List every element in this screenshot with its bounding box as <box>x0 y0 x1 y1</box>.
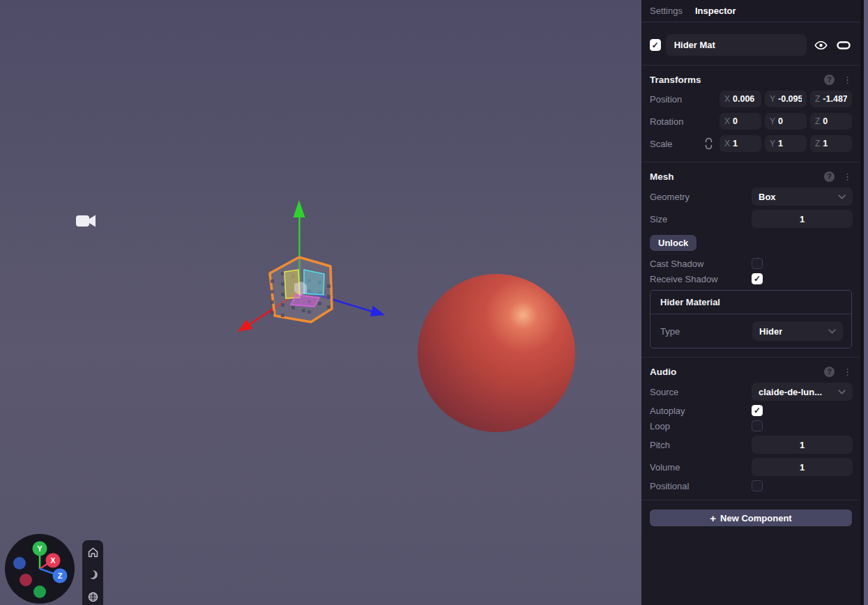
rotation-x-input[interactable] <box>733 116 756 126</box>
scale-z-input[interactable] <box>823 139 847 148</box>
scale-x-field[interactable]: X <box>719 135 761 152</box>
help-icon[interactable]: ? <box>824 367 835 377</box>
material-type-row: Type Hider <box>650 314 851 348</box>
panel-footer: + New Component <box>641 500 860 535</box>
object-enabled-checkbox[interactable] <box>650 39 661 51</box>
scale-y-input[interactable] <box>778 139 802 148</box>
pitch-input[interactable] <box>752 436 853 454</box>
geometry-dropdown[interactable]: Box <box>752 187 853 206</box>
rotation-row: Rotation X Y Z <box>650 113 852 130</box>
capsule-icon <box>837 41 851 49</box>
axis-prefix: Z <box>815 94 820 104</box>
axis-ball-negz[interactable] <box>13 557 26 569</box>
axis-prefix: Z <box>815 116 820 126</box>
axis-ball-negy[interactable] <box>33 585 46 598</box>
new-component-button[interactable]: + New Component <box>650 510 852 526</box>
positional-row: Positional <box>650 480 852 491</box>
help-icon[interactable]: ? <box>824 171 835 182</box>
size-row: Size <box>650 210 852 228</box>
3d-viewport[interactable]: Y X Z <box>0 0 641 605</box>
tab-settings[interactable]: Settings <box>650 6 683 16</box>
mesh-section: Mesh ? ⋮ Geometry Box Size Unlock Cast S… <box>641 162 860 357</box>
orientation-gizmo[interactable]: Y X Z <box>5 534 75 604</box>
material-type-dropdown[interactable]: Hider <box>752 321 843 341</box>
z-axis-arrow[interactable] <box>370 306 385 316</box>
axis-ball-x[interactable]: X <box>46 553 61 568</box>
volume-input[interactable] <box>752 458 853 476</box>
positional-label: Positional <box>650 481 752 491</box>
object-name-input[interactable] <box>666 34 807 56</box>
new-component-label: New Component <box>720 513 792 523</box>
loop-row: Loop <box>650 420 852 431</box>
axis-ball-y[interactable]: Y <box>33 542 47 556</box>
loop-checkbox[interactable] <box>752 420 763 431</box>
rotation-x-field[interactable]: X <box>719 113 761 130</box>
svg-text:Y: Y <box>37 544 43 553</box>
rotation-label: Rotation <box>650 116 704 127</box>
kebab-menu-icon[interactable]: ⋮ <box>843 75 852 84</box>
unlock-button[interactable]: Unlock <box>650 235 696 251</box>
panel-tabbar: Settings Inspector <box>641 0 860 22</box>
pitch-row: Pitch <box>650 436 852 454</box>
home-view-button[interactable] <box>85 544 100 560</box>
axis-prefix: Y <box>770 139 775 148</box>
positional-checkbox[interactable] <box>752 480 763 491</box>
scale-y-field[interactable]: Y <box>765 135 807 152</box>
help-icon[interactable]: ? <box>824 75 835 85</box>
audio-source-label: Source <box>650 387 752 397</box>
receive-shadow-row: Receive Shadow <box>650 273 852 284</box>
position-y-input[interactable] <box>778 94 802 104</box>
position-z-field[interactable]: Z <box>810 91 852 107</box>
scale-link-toggle[interactable] <box>704 137 719 150</box>
cast-shadow-checkbox[interactable] <box>752 258 763 269</box>
size-input[interactable] <box>752 210 853 228</box>
position-x-field[interactable]: X <box>719 91 761 107</box>
rotation-y-field[interactable]: Y <box>765 113 807 130</box>
globe-icon <box>87 591 99 603</box>
svg-text:Z: Z <box>58 572 63 580</box>
audio-source-row: Source claide-de-lun... <box>650 383 852 401</box>
environment-button[interactable] <box>85 589 100 604</box>
kebab-menu-icon[interactable]: ⋮ <box>843 367 852 376</box>
position-x-input[interactable] <box>733 94 756 104</box>
kebab-menu-icon[interactable]: ⋮ <box>843 172 852 181</box>
transforms-title: Transforms <box>650 75 824 85</box>
y-axis-arrow[interactable] <box>294 200 305 217</box>
volume-label: Volume <box>650 462 752 473</box>
rotation-z-input[interactable] <box>823 116 847 126</box>
geometry-value: Box <box>759 192 776 202</box>
axis-ball-z[interactable]: Z <box>53 569 68 583</box>
axis-ball-negx[interactable] <box>20 574 32 586</box>
object-name-row <box>641 22 860 65</box>
audio-source-dropdown[interactable]: claide-de-lun... <box>752 383 853 401</box>
material-pill-button[interactable] <box>835 37 852 54</box>
material-type-value: Hider <box>759 326 782 337</box>
receive-shadow-checkbox[interactable] <box>752 273 763 284</box>
inspector-panel: Settings Inspector Transforms ? ⋮ Positi… <box>641 0 860 605</box>
home-icon <box>87 546 99 558</box>
material-box: Hider Material Type Hider <box>650 290 852 349</box>
axis-prefix: X <box>724 139 730 148</box>
yz-plane-handle[interactable] <box>304 270 324 295</box>
theme-toggle-button[interactable] <box>85 567 100 582</box>
autoplay-checkbox[interactable] <box>752 405 763 416</box>
rotation-z-field[interactable]: Z <box>810 113 852 130</box>
selected-box-gizmo[interactable] <box>0 0 641 605</box>
rotation-y-input[interactable] <box>778 116 802 126</box>
visibility-button[interactable] <box>813 37 830 54</box>
scale-z-field[interactable]: Z <box>810 135 852 152</box>
eye-icon <box>814 40 828 50</box>
position-z-input[interactable] <box>823 94 847 104</box>
view-toolbar <box>82 540 103 605</box>
audio-source-value: claide-de-lun... <box>759 387 822 397</box>
camera-icon[interactable] <box>76 215 96 227</box>
xz-plane-handle[interactable] <box>291 295 319 307</box>
axis-prefix: X <box>724 116 730 126</box>
axis-prefix: X <box>724 94 730 104</box>
size-label: Size <box>650 214 752 224</box>
x-axis-arrow[interactable] <box>238 319 252 332</box>
position-y-field[interactable]: Y <box>765 91 807 107</box>
panel-scrollbar-thumb[interactable] <box>864 0 868 605</box>
tab-inspector[interactable]: Inspector <box>695 6 736 16</box>
scale-x-input[interactable] <box>733 139 756 148</box>
